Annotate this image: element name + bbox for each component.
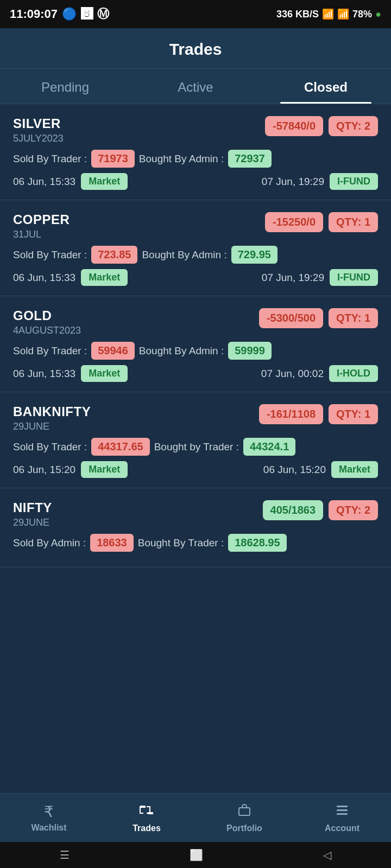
trade-header: SILVER 5JULY2023 -57840/0 QTY: 2 [13, 116, 378, 144]
trade-footer-right: 06 Jun, 15:20 Market [263, 461, 378, 478]
bought-label: Bought by Trader : [154, 441, 239, 453]
trade-badges: -57840/0 QTY: 2 [265, 116, 378, 136]
nav-account[interactable]: Account [293, 794, 391, 842]
sold-price: 44317.65 [91, 438, 149, 456]
trade-name-block: NIFTY 29JUNE [13, 500, 52, 528]
sold-tag: Market [81, 173, 128, 190]
trade-header: NIFTY 29JUNE 405/1863 QTY: 2 [13, 500, 378, 528]
trade-item-nifty: NIFTY 29JUNE 405/1863 QTY: 2 Sold By Adm… [0, 488, 391, 567]
status-right: 336 KB/S 📶 📶 78% ● [276, 8, 381, 20]
pnl-badge: -5300/500 [259, 308, 323, 328]
page-header: Trades [0, 28, 391, 69]
android-home-btn[interactable]: ⬜ [190, 848, 203, 861]
trade-footer-left: 06 Jun, 15:33 Market [13, 173, 128, 190]
status-icon-3: Ⓜ [97, 6, 109, 22]
pnl-badge: 405/1863 [263, 500, 323, 520]
trade-item-banknifty: BANKNIFTY 29JUNE -161/1108 QTY: 1 Sold B… [0, 392, 391, 488]
android-back-btn[interactable]: ◁ [323, 848, 331, 861]
bought-label: Bought By Trader : [138, 537, 224, 549]
status-icon-2: 🅱 [81, 7, 93, 21]
trade-expiry: 29JUNE [13, 421, 91, 432]
trade-list: SILVER 5JULY2023 -57840/0 QTY: 2 Sold By… [0, 104, 391, 633]
nav-trades[interactable]: Trades [98, 794, 195, 842]
svg-rect-3 [337, 806, 348, 807]
trade-name-block: GOLD 4AUGUST2023 [13, 308, 81, 336]
trade-badges: -5300/500 QTY: 1 [259, 308, 378, 328]
bought-price: 18628.95 [228, 534, 286, 552]
qty-badge: QTY: 1 [329, 212, 378, 232]
battery-dot: ● [375, 9, 381, 20]
pnl-badge: -57840/0 [265, 116, 323, 136]
trade-header: GOLD 4AUGUST2023 -5300/500 QTY: 1 [13, 308, 378, 336]
portfolio-label: Portfolio [226, 824, 262, 833]
svg-rect-5 [337, 813, 348, 815]
sold-date: 06 Jun, 15:20 [13, 464, 75, 476]
bought-tag: I-FUND [330, 269, 378, 286]
sold-price: 71973 [91, 150, 135, 168]
bought-date: 07 Jun, 00:02 [261, 368, 324, 380]
trade-expiry: 4AUGUST2023 [13, 325, 81, 336]
trade-footer: 06 Jun, 15:33 Market 07 Jun, 00:02 I-HOL… [13, 365, 378, 382]
trade-header: COPPER 31JUL -15250/0 QTY: 1 [13, 212, 378, 240]
trade-price-row: Sold By Trader : 59946 Bought By Admin :… [13, 342, 378, 360]
signal-icon: 📶 [337, 8, 349, 20]
network-speed: 336 KB/S [276, 9, 319, 20]
trade-item-silver: SILVER 5JULY2023 -57840/0 QTY: 2 Sold By… [0, 104, 391, 200]
trade-price-row: Sold By Admin : 18633 Bought By Trader :… [13, 534, 378, 552]
bought-date: 06 Jun, 15:20 [263, 464, 326, 476]
sold-price: 18633 [90, 534, 134, 552]
trade-name: COPPER [13, 212, 70, 227]
sold-label: Sold By Admin : [13, 537, 86, 549]
sold-tag: Market [81, 365, 128, 382]
bottom-nav: ₹ Wachlist Trades Portfolio [0, 793, 391, 842]
trades-label: Trades [133, 824, 161, 833]
account-icon [335, 802, 350, 821]
trade-price-row: Sold By Trader : 44317.65 Bought by Trad… [13, 438, 378, 456]
trade-price-row: Sold By Trader : 71973 Bought By Admin :… [13, 150, 378, 168]
status-icon-1: 🔵 [62, 7, 77, 21]
trade-name-block: COPPER 31JUL [13, 212, 70, 240]
bought-label: Bought By Admin : [139, 153, 224, 165]
trade-badges: 405/1863 QTY: 2 [263, 500, 378, 520]
nav-portfolio[interactable]: Portfolio [195, 794, 293, 842]
trade-price-row: Sold By Trader : 723.85 Bought By Admin … [13, 246, 378, 264]
nav-watchlist[interactable]: ₹ Wachlist [0, 794, 98, 842]
trade-badges: -15250/0 QTY: 1 [265, 212, 378, 232]
trade-item-gold: GOLD 4AUGUST2023 -5300/500 QTY: 1 Sold B… [0, 296, 391, 392]
trade-name: GOLD [13, 308, 81, 323]
android-menu-btn[interactable]: ☰ [60, 848, 70, 861]
battery: 78% [352, 9, 372, 20]
qty-badge: QTY: 1 [329, 404, 378, 424]
trade-expiry: 31JUL [13, 229, 70, 240]
sold-tag: Market [81, 269, 128, 286]
sold-price: 723.85 [91, 246, 137, 264]
sold-date: 06 Jun, 15:33 [13, 272, 75, 284]
bought-date: 07 Jun, 19:29 [262, 272, 324, 284]
qty-badge: QTY: 1 [329, 308, 378, 328]
trade-footer: 06 Jun, 15:33 Market 07 Jun, 19:29 I-FUN… [13, 269, 378, 286]
trade-footer: 06 Jun, 15:20 Market 06 Jun, 15:20 Marke… [13, 461, 378, 478]
sold-label: Sold By Trader : [13, 345, 87, 357]
trade-header: BANKNIFTY 29JUNE -161/1108 QTY: 1 [13, 404, 378, 432]
trade-name-block: BANKNIFTY 29JUNE [13, 404, 91, 432]
trade-badges: -161/1108 QTY: 1 [259, 404, 378, 424]
tab-active[interactable]: Active [130, 69, 261, 104]
svg-rect-4 [337, 809, 348, 811]
trade-name: SILVER [13, 116, 64, 131]
bought-price: 44324.1 [243, 438, 295, 456]
watchlist-label: Wachlist [31, 823, 66, 833]
bought-tag: I-FUND [330, 173, 378, 190]
trade-footer-right: 07 Jun, 19:29 I-FUND [262, 269, 378, 286]
sold-label: Sold By Trader : [13, 249, 87, 261]
svg-rect-2 [239, 808, 250, 815]
trade-name: BANKNIFTY [13, 404, 91, 419]
tab-closed[interactable]: Closed [261, 69, 391, 104]
bought-tag: Market [331, 461, 378, 478]
trade-name: NIFTY [13, 500, 52, 515]
sold-tag: Market [81, 461, 128, 478]
wifi-icon: 📶 [322, 8, 334, 20]
tab-pending[interactable]: Pending [0, 69, 130, 104]
pnl-badge: -15250/0 [265, 212, 323, 232]
trades-icon [139, 802, 154, 821]
bought-tag: I-HOLD [329, 365, 378, 382]
